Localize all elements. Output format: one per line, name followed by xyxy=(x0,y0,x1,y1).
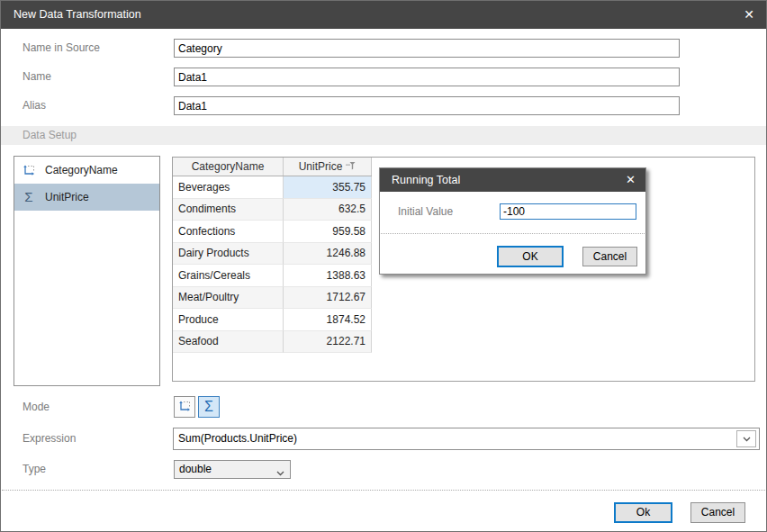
chevron-down-icon xyxy=(276,466,284,479)
table-row[interactable]: Grains/Cereals 1388.63 xyxy=(173,265,372,287)
footer-separator xyxy=(2,490,765,491)
table-row[interactable]: Confections 959.58 xyxy=(173,221,372,243)
cell-unitprice[interactable]: 632.5 xyxy=(284,199,372,221)
field-list-panel: CategoryName Σ UnitPrice xyxy=(14,156,160,386)
table-row[interactable]: Seafood 2122.71 xyxy=(173,331,372,354)
cell-category[interactable]: Grains/Cereals xyxy=(173,265,284,287)
cell-unitprice[interactable]: 1388.63 xyxy=(284,265,372,287)
running-total-title: Running Total xyxy=(392,168,460,192)
table-row[interactable]: Dairy Products 1246.88 xyxy=(173,243,372,266)
close-icon[interactable]: ✕ xyxy=(744,1,754,29)
initial-value-input[interactable] xyxy=(500,203,636,220)
transform-icon xyxy=(22,163,36,177)
expression-input[interactable]: Sum(Products.UnitPrice) xyxy=(173,428,760,450)
type-label: Type xyxy=(23,460,46,479)
table-row[interactable]: Meat/Poultry 1712.67 xyxy=(173,287,372,310)
cell-category[interactable]: Beverages xyxy=(173,176,284,199)
expression-value: Sum(Products.UnitPrice) xyxy=(178,428,297,449)
cell-unitprice[interactable]: 1874.52 xyxy=(284,309,372,331)
window-title: New Data Transformation xyxy=(14,1,141,29)
filter-icon[interactable] xyxy=(346,160,356,173)
grid-header-row: CategoryName UnitPrice xyxy=(173,158,372,176)
expression-dropdown-button[interactable] xyxy=(736,430,756,447)
name-in-source-label: Name in Source xyxy=(23,39,100,58)
alias-input[interactable] xyxy=(174,96,680,115)
list-item-unitprice[interactable]: Σ UnitPrice xyxy=(14,184,159,211)
mode-label: Mode xyxy=(23,400,50,414)
dialog-separator xyxy=(381,233,645,234)
cell-unitprice[interactable]: 1246.88 xyxy=(284,243,372,266)
alias-label: Alias xyxy=(23,96,46,115)
list-item-label: CategoryName xyxy=(45,157,118,184)
initial-value-label: Initial Value xyxy=(398,204,453,220)
mode-sum-button[interactable]: Σ xyxy=(198,396,220,418)
cell-category[interactable]: Meat/Poultry xyxy=(173,287,284,310)
sigma-icon: Σ xyxy=(22,190,36,204)
close-icon[interactable]: ✕ xyxy=(626,168,636,192)
running-total-dialog: Running Total ✕ Initial Value OK Cancel xyxy=(379,167,646,275)
cancel-button[interactable]: Cancel xyxy=(690,502,745,523)
running-total-titlebar: Running Total ✕ xyxy=(380,168,645,192)
type-select[interactable]: double xyxy=(174,460,291,479)
transform-icon xyxy=(177,399,192,416)
chevron-down-icon xyxy=(743,437,751,442)
cell-category[interactable]: Produce xyxy=(173,309,284,331)
cell-unitprice-selected[interactable]: 355.75 xyxy=(284,176,372,199)
running-total-ok-button[interactable]: OK xyxy=(497,246,564,267)
name-label: Name xyxy=(23,68,51,86)
name-input[interactable] xyxy=(174,68,680,86)
grid-header-unitprice[interactable]: UnitPrice xyxy=(284,158,372,176)
list-item-label: UnitPrice xyxy=(45,184,89,211)
window-titlebar: New Data Transformation ✕ xyxy=(1,1,766,29)
cell-unitprice[interactable]: 1712.67 xyxy=(284,287,372,310)
type-value: double xyxy=(179,461,212,478)
cell-category[interactable]: Confections xyxy=(173,221,284,243)
data-setup-label: Data Setup xyxy=(23,126,77,145)
grid-header-categoryname[interactable]: CategoryName xyxy=(173,158,284,176)
table-row[interactable]: Produce 1874.52 xyxy=(173,309,372,331)
table-row[interactable]: Beverages 355.75 xyxy=(173,176,372,199)
mode-transform-button[interactable] xyxy=(174,396,195,418)
data-setup-section-header: Data Setup xyxy=(1,126,766,145)
cell-category[interactable]: Condiments xyxy=(173,199,284,221)
cell-unitprice[interactable]: 959.58 xyxy=(284,221,372,243)
expression-label: Expression xyxy=(23,429,76,448)
list-item-categoryname[interactable]: CategoryName xyxy=(14,157,159,184)
cell-category[interactable]: Dairy Products xyxy=(173,243,284,266)
new-data-transformation-window: { "window": { "title": "New Data Transfo… xyxy=(0,0,767,532)
ok-button[interactable]: Ok xyxy=(614,502,672,523)
table-row[interactable]: Condiments 632.5 xyxy=(173,199,372,221)
cell-unitprice[interactable]: 2122.71 xyxy=(284,331,372,354)
cell-category[interactable]: Seafood xyxy=(173,331,284,354)
name-in-source-input[interactable] xyxy=(174,39,680,58)
running-total-cancel-button[interactable]: Cancel xyxy=(582,247,637,266)
sigma-icon: Σ xyxy=(204,400,213,414)
